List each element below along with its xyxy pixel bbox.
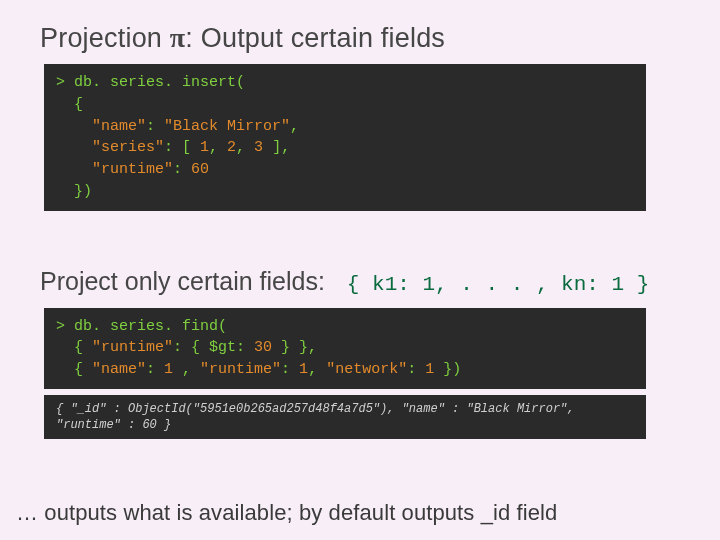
code-key: "series": [56, 139, 164, 156]
code-str: "Black Mirror": [164, 118, 290, 135]
code-num: 1: [299, 361, 308, 378]
code-sep: :: [146, 361, 164, 378]
footnote-suffix: field: [510, 500, 557, 525]
code-sep: :: [407, 361, 425, 378]
code-sep: :: [173, 161, 191, 178]
code-sep: ,: [173, 361, 200, 378]
code-sep: ,: [236, 139, 254, 156]
code-num: 1: [164, 361, 173, 378]
code-key: "runtime": [92, 339, 173, 356]
code-block-find: > db. series. find( { "runtime": { $gt: …: [44, 308, 646, 389]
prompt: >: [56, 74, 65, 91]
code-sep: }): [434, 361, 461, 378]
code-sep: ,: [209, 139, 227, 156]
code-sep: } },: [272, 339, 317, 356]
code-key: "runtime": [56, 161, 173, 178]
code-num: 3: [254, 139, 263, 156]
code-key: "name": [92, 361, 146, 378]
title-suffix: : Output certain fields: [185, 23, 445, 53]
projection-signature: { k1: 1, . . . , kn: 1 }: [347, 273, 649, 296]
code-sep: ],: [263, 139, 290, 156]
code-sep: : { $gt:: [173, 339, 254, 356]
code-key: "runtime": [200, 361, 281, 378]
code-num: 1: [200, 139, 209, 156]
code-line: }): [56, 183, 92, 200]
footnote-prefix: … outputs what is available; by default …: [16, 500, 481, 525]
code-num: 1: [425, 361, 434, 378]
mid-row: Project only certain fields: { k1: 1, . …: [40, 267, 688, 296]
prompt: >: [56, 318, 65, 335]
pi-symbol: π: [170, 22, 186, 53]
code-key: "network": [326, 361, 407, 378]
code-sep: :: [281, 361, 299, 378]
code-line: db. series. insert(: [74, 74, 245, 91]
footnote-id: _id: [481, 500, 511, 525]
code-num: 30: [254, 339, 272, 356]
code-block-insert: > db. series. insert( { "name": "Black M…: [44, 64, 646, 211]
code-sep: ,: [290, 118, 299, 135]
code-sep: {: [56, 361, 92, 378]
subheading: Project only certain fields:: [40, 267, 325, 296]
code-num: 2: [227, 139, 236, 156]
title-prefix: Projection: [40, 23, 170, 53]
code-line: {: [56, 96, 83, 113]
code-sep: :: [146, 118, 164, 135]
code-key: "name": [56, 118, 146, 135]
code-line: db. series. find(: [74, 318, 227, 335]
slide-title: Projection π: Output certain fields: [40, 22, 688, 54]
code-sep: ,: [308, 361, 326, 378]
slide: Projection π: Output certain fields > db…: [0, 0, 720, 540]
code-sep: : [: [164, 139, 200, 156]
output-block: { "_id" : ObjectId("5951e0b265ad257d48f4…: [44, 395, 646, 439]
code-sep: {: [56, 339, 92, 356]
footnote: … outputs what is available; by default …: [16, 500, 557, 526]
code-num: 60: [191, 161, 209, 178]
